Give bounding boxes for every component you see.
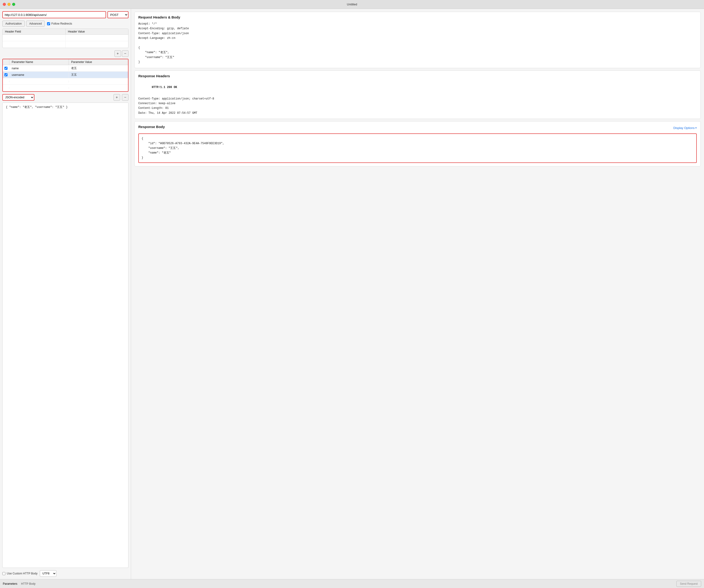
tab-parameters[interactable]: Parameters [3, 581, 17, 586]
param-name-empty-1 [9, 80, 69, 82]
url-row: POST GET PUT PATCH DELETE [2, 11, 128, 18]
close-button[interactable] [3, 3, 6, 6]
tab-http-body[interactable]: HTTP Body [21, 581, 36, 586]
right-panel: Request Headers & Body Accept: */* Accep… [131, 9, 704, 579]
request-headers-content: Accept: */* Accept-Encoding: gzip, defla… [138, 21, 697, 65]
custom-body-row: Use Custom HTTP Body UTF8 ASCII Latin-1 [2, 570, 128, 577]
authorization-tab[interactable]: Authorization [2, 20, 25, 27]
param-name-empty-2 [9, 87, 69, 89]
response-headers-title: Response Headers [138, 74, 697, 78]
custom-body-label: Use Custom HTTP Body [2, 572, 38, 575]
param-val-empty-1 [69, 80, 128, 82]
follow-redirects-checkbox[interactable] [47, 22, 50, 25]
maximize-button[interactable] [12, 3, 15, 6]
param-check-username [3, 72, 9, 77]
response-headers-section: Response Headers HTTP/1.1 200 OK Content… [134, 70, 701, 119]
headers-value-cell-2 [65, 41, 128, 48]
response-body-content: { "id": "A9D70526-A793-432A-9E4A-7548F9E… [138, 133, 697, 163]
headers-field-cell [3, 35, 65, 41]
send-request-button[interactable]: Send Request [677, 581, 701, 587]
traffic-lights [3, 3, 15, 6]
url-input[interactable] [2, 11, 106, 18]
param-check-empty-2 [3, 87, 9, 89]
encode-select[interactable]: JSON-encoded URL-encoded multipart/form-… [2, 94, 35, 101]
param-name-value: 老五 [69, 65, 128, 71]
display-options-button[interactable]: Display Options ▾ [673, 126, 697, 130]
json-body-preview: { "name": "老五", "username": "王五" } [2, 103, 128, 568]
request-headers-title: Request Headers & Body [138, 15, 697, 19]
advanced-tab[interactable]: Advanced [26, 20, 45, 27]
headers-empty-row-1 [3, 35, 128, 41]
left-panel: POST GET PUT PATCH DELETE Authorization … [0, 9, 131, 579]
headers-action-row: + − [2, 50, 128, 57]
param-username-field: username [9, 72, 69, 77]
headers-table: Header Field Header Value [2, 28, 128, 48]
param-name-field: name [9, 66, 69, 71]
param-check-name [3, 66, 9, 71]
param-username-checkbox[interactable] [4, 73, 7, 76]
response-body-section: Response Body Display Options ▾ { "id": … [134, 121, 701, 166]
bottom-bar: Parameters HTTP Body Send Request [0, 579, 704, 588]
param-name-col: Parameter Name [9, 59, 69, 65]
titlebar: Untitled [0, 0, 704, 9]
remove-param-button[interactable]: − [122, 94, 128, 101]
header-value-col: Header Value [65, 29, 128, 35]
main-container: POST GET PUT PATCH DELETE Authorization … [0, 9, 704, 579]
window-title: Untitled [347, 3, 357, 6]
param-row-empty-2 [3, 85, 128, 91]
chevron-down-icon: ▾ [695, 126, 697, 129]
utf-select[interactable]: UTF8 ASCII Latin-1 [40, 570, 56, 577]
minimize-button[interactable] [7, 3, 10, 6]
remove-header-button[interactable]: − [122, 50, 128, 57]
encode-row: JSON-encoded URL-encoded multipart/form-… [2, 94, 128, 101]
custom-body-checkbox[interactable] [2, 572, 5, 575]
param-row-username: username 王五 [3, 72, 128, 78]
method-select[interactable]: POST GET PUT PATCH DELETE [107, 11, 128, 18]
response-headers-content: Content-Type: application/json; charset=… [138, 97, 697, 116]
response-headers-status: HTTP/1.1 200 OK [138, 80, 697, 95]
param-val-empty-2 [69, 87, 128, 89]
headers-value-cell [65, 35, 128, 41]
param-row-name: name 老五 [3, 65, 128, 72]
bottom-tabs: Parameters HTTP Body [3, 581, 36, 586]
param-value-col: Parameter Value [69, 59, 128, 65]
request-headers-section: Request Headers & Body Accept: */* Accep… [134, 12, 701, 68]
param-username-value: 王五 [69, 72, 128, 78]
headers-empty-row-2 [3, 41, 128, 48]
add-param-button[interactable]: + [114, 94, 120, 101]
header-field-col: Header Field [3, 29, 65, 35]
params-table-header: Parameter Name Parameter Value [3, 59, 128, 65]
param-check-empty-1 [3, 80, 9, 82]
param-row-empty-1 [3, 78, 128, 85]
follow-redirects-label: Follow Redirects [47, 22, 72, 25]
headers-table-header: Header Field Header Value [3, 29, 128, 35]
params-table: Parameter Name Parameter Value name 老五 u… [2, 59, 128, 92]
headers-field-cell-2 [3, 41, 65, 48]
response-body-header: Response Body Display Options ▾ [138, 125, 697, 131]
add-header-button[interactable]: + [114, 50, 121, 57]
tabs-row: Authorization Advanced Follow Redirects [2, 20, 128, 27]
param-name-checkbox[interactable] [4, 67, 7, 70]
response-body-title: Response Body [138, 125, 165, 129]
